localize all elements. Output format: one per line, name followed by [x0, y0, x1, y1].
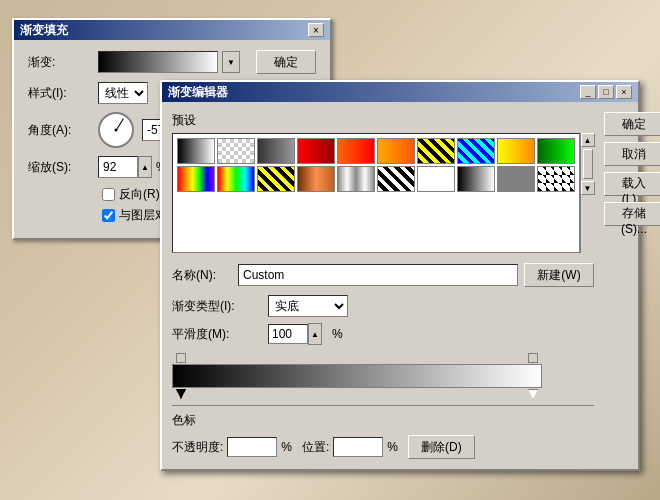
gradient-bar[interactable]	[172, 364, 542, 388]
presets-col-8	[457, 138, 495, 248]
scale-stepper: ▲	[98, 156, 152, 178]
angle-label: 角度(A):	[28, 122, 98, 139]
scroll-up-arrow[interactable]: ▲	[581, 133, 595, 147]
presets-col-1	[177, 138, 215, 248]
preset-red2[interactable]	[337, 138, 375, 164]
gradient-fill-ok-button[interactable]: 确定	[256, 50, 316, 74]
gradient-fill-titlebar: 渐变填充 ×	[14, 20, 330, 40]
align-checkbox[interactable]	[102, 209, 115, 222]
location-col: 位置: %	[302, 435, 398, 459]
preset-rainbow2[interactable]	[217, 166, 255, 192]
smoothness-label: 平滑度(M):	[172, 326, 262, 343]
preset-yellow[interactable]	[497, 138, 535, 164]
presets-col-10	[537, 138, 575, 248]
preset-checker2[interactable]	[537, 166, 575, 192]
maximize-button[interactable]: □	[598, 85, 614, 99]
preset-orange[interactable]	[377, 138, 415, 164]
reverse-checkbox[interactable]	[102, 188, 115, 201]
gradient-row: 渐变: ▼ 确定	[28, 50, 316, 74]
color-stops-title: 色标	[172, 412, 594, 429]
style-select[interactable]: 线性	[98, 82, 148, 104]
preset-dark[interactable]	[257, 138, 295, 164]
preset-trans[interactable]	[417, 166, 455, 192]
new-button[interactable]: 新建(W)	[524, 263, 594, 287]
load-button[interactable]: 载入(L)...	[604, 172, 660, 196]
preset-gray[interactable]	[497, 166, 535, 192]
type-select[interactable]: 实底	[268, 295, 348, 317]
gradient-fill-close-button[interactable]: ×	[308, 23, 324, 37]
color-stop-left[interactable]	[176, 389, 186, 399]
gradient-fill-title: 渐变填充	[20, 22, 68, 39]
presets-col-6	[377, 138, 415, 248]
editor-ok-button[interactable]: 确定	[604, 112, 660, 136]
scale-label: 缩放(S):	[28, 159, 98, 176]
location-percent: %	[387, 440, 398, 454]
name-input[interactable]	[238, 264, 518, 286]
scale-increment-arrow[interactable]: ▲	[138, 156, 152, 178]
opacity-percent: %	[281, 440, 292, 454]
presets-col-5	[337, 138, 375, 248]
gradient-preview[interactable]	[98, 51, 218, 73]
gradient-editor-titlebar: 渐变编辑器 _ □ ×	[162, 82, 638, 102]
preset-diag2[interactable]	[457, 138, 495, 164]
gradient-editor-title: 渐变编辑器	[168, 84, 228, 101]
presets-col-2	[217, 138, 255, 248]
color-stop-right[interactable]	[528, 389, 538, 399]
editor-right-panel: 确定 取消 载入(L)... 存储(S)...	[604, 112, 660, 459]
presets-grid	[172, 133, 580, 253]
color-stops-row	[172, 389, 542, 399]
minimize-button[interactable]: _	[580, 85, 596, 99]
presets-container: ▲ ▼	[172, 133, 594, 253]
presets-col-3	[257, 138, 295, 248]
name-label: 名称(N):	[172, 267, 232, 284]
smoothness-row: 平滑度(M): ▲ %	[172, 323, 594, 345]
presets-col-7	[417, 138, 455, 248]
gradient-dropdown-arrow[interactable]: ▼	[222, 51, 240, 73]
scale-input[interactable]	[98, 156, 138, 178]
preset-diag4[interactable]	[377, 166, 415, 192]
editor-cancel-button[interactable]: 取消	[604, 142, 660, 166]
gradient-editor-dialog: 渐变编辑器 _ □ × 预设	[160, 80, 640, 471]
opacity-stops-row	[172, 353, 542, 363]
smoothness-stepper: ▲	[268, 323, 322, 345]
scroll-thumb[interactable]	[583, 149, 593, 179]
editor-left-panel: 预设	[172, 112, 594, 459]
opacity-col: 不透明度: %	[172, 435, 292, 459]
gradient-bar-section	[172, 353, 594, 399]
opacity-stop-left[interactable]	[176, 353, 186, 363]
gradient-label: 渐变:	[28, 54, 98, 71]
editor-close-button[interactable]: ×	[616, 85, 632, 99]
type-label: 渐变类型(I):	[172, 298, 262, 315]
reverse-label: 反向(R)	[119, 186, 160, 203]
smoothness-input[interactable]	[268, 324, 308, 344]
location-input[interactable]	[333, 437, 383, 457]
preset-red[interactable]	[297, 138, 335, 164]
color-stop-detail-rows: 不透明度: % 位置: % 删除(D)	[172, 435, 594, 459]
preset-copper[interactable]	[297, 166, 335, 192]
smoothness-increment[interactable]: ▲	[308, 323, 322, 345]
smoothness-unit: %	[332, 327, 343, 341]
angle-circle[interactable]	[98, 112, 134, 148]
preset-bw[interactable]	[177, 138, 215, 164]
opacity-detail-label: 不透明度:	[172, 439, 223, 456]
preset-diag1[interactable]	[417, 138, 455, 164]
name-row: 名称(N): 新建(W)	[172, 263, 594, 287]
opacity-value-input[interactable]	[227, 437, 277, 457]
preset-checker[interactable]	[217, 138, 255, 164]
preset-diag3[interactable]	[257, 166, 295, 192]
preset-fg[interactable]	[457, 166, 495, 192]
delete-col: 删除(D)	[408, 435, 475, 459]
titlebar-controls: _ □ ×	[580, 85, 632, 99]
color-stops-section: 色标 不透明度: % 位置: % 删除(D)	[172, 405, 594, 459]
delete-button[interactable]: 删除(D)	[408, 435, 475, 459]
preset-rainbow[interactable]	[177, 166, 215, 192]
presets-col-4	[297, 138, 335, 248]
scroll-down-arrow[interactable]: ▼	[581, 181, 595, 195]
opacity-stop-right[interactable]	[528, 353, 538, 363]
preset-chrome[interactable]	[337, 166, 375, 192]
preset-green[interactable]	[537, 138, 575, 164]
save-button[interactable]: 存储(S)...	[604, 202, 660, 226]
presets-col-9	[497, 138, 535, 248]
editor-body: 预设	[162, 102, 638, 469]
style-label: 样式(I):	[28, 85, 98, 102]
